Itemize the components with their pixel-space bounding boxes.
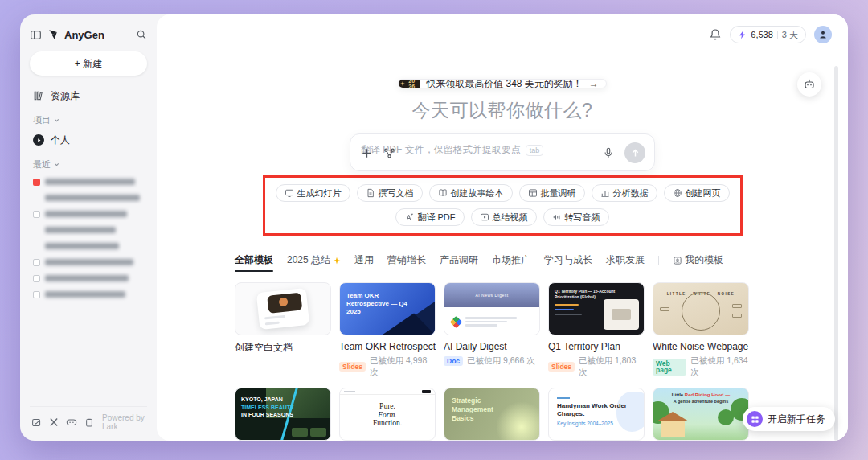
assistant-fab[interactable] xyxy=(797,72,821,97)
doc-icon xyxy=(33,243,40,250)
template-card-ai-daily-digest[interactable]: AI News Digest AI xyxy=(444,282,540,378)
quick-action-label: 生成幻灯片 xyxy=(297,187,342,199)
send-button[interactable] xyxy=(624,142,645,163)
type-badge: Web page xyxy=(653,359,686,376)
template-card-pure-form-function[interactable]: Pure. Form. Function. xyxy=(339,388,436,441)
recent-item[interactable] xyxy=(30,206,147,222)
quick-action-analyze-data[interactable]: 分析数据 xyxy=(592,184,657,202)
quick-action-summarize-video[interactable]: 总结视频 xyxy=(471,208,537,226)
template-card-handyman-work-order[interactable]: Handyman Work Order Charges: Key Insight… xyxy=(548,388,645,441)
user-avatar[interactable] xyxy=(814,26,832,43)
globe-icon xyxy=(673,188,682,198)
recent-item[interactable] xyxy=(30,174,147,190)
template-title: Team OKR Retrospective xyxy=(339,341,436,352)
template-title: Q1 Territory Plan xyxy=(548,341,645,352)
template-card-blank-doc[interactable]: 创建空白文档 xyxy=(235,282,331,378)
new-document-button[interactable]: + 新建 xyxy=(30,51,147,76)
promo-banner[interactable]: 20 26 快来领取最高价值 348 美元的奖励！ → xyxy=(398,79,607,88)
recent-item[interactable] xyxy=(30,222,147,238)
thumb-title: Team OKR Retrospective — Q4 2025 xyxy=(346,292,407,316)
quick-action-translate-pdf[interactable]: 翻译 PDF xyxy=(395,208,464,226)
thumb-title: Pure. Form. Function. xyxy=(340,402,435,428)
tab-market-promotion[interactable]: 市场推广 xyxy=(492,253,530,272)
onboarding-icon xyxy=(747,411,763,427)
recent-item[interactable] xyxy=(30,270,147,286)
clipboard-button[interactable] xyxy=(84,417,94,428)
quick-action-create-webpage[interactable]: 创建网页 xyxy=(664,184,730,202)
tab-label: 我的模板 xyxy=(685,253,723,267)
template-thumbnail: AI News Digest xyxy=(444,282,540,335)
thumb-title: Handyman Work Order Charges: xyxy=(557,402,627,418)
template-card-white-noise[interactable]: LITTLE · WHITE · NOISE White Noise Webpa… xyxy=(653,282,749,378)
spark-icon xyxy=(738,31,747,39)
tab-2025-summary[interactable]: 2025 总结 xyxy=(287,253,341,272)
quick-action-generate-slides[interactable]: 生成幻灯片 xyxy=(276,184,350,202)
recent-item[interactable] xyxy=(30,238,147,254)
credits-pill[interactable]: 6,538 3 天 xyxy=(730,26,806,43)
my-templates-icon xyxy=(673,256,682,265)
quick-action-write-doc[interactable]: 撰写文档 xyxy=(357,184,423,202)
blurred-title xyxy=(45,195,140,201)
tab-label: 通用 xyxy=(354,253,374,267)
thumb-title: Little Red Riding Hood — xyxy=(653,392,748,397)
sidebar-item-library[interactable]: 资源库 xyxy=(30,85,147,106)
notifications-button[interactable] xyxy=(709,28,722,41)
skills-button[interactable] xyxy=(383,147,395,159)
scrollbar[interactable] xyxy=(834,66,838,441)
doc-icon xyxy=(33,275,40,282)
quick-action-batch-research[interactable]: 批量调研 xyxy=(519,184,585,202)
personal-space-icon xyxy=(33,134,44,146)
projects-section-label[interactable]: 项目 xyxy=(33,114,144,126)
tab-product-research[interactable]: 产品调研 xyxy=(440,253,478,272)
quick-actions-annotated-region: 生成幻灯片 撰写文档 创建故事绘本 批量调研 xyxy=(263,175,743,236)
quick-action-label: 批量调研 xyxy=(541,187,576,199)
tab-label: 市场推广 xyxy=(492,253,530,267)
discord-button[interactable] xyxy=(66,417,77,428)
quick-action-transcribe-audio[interactable]: 转写音频 xyxy=(543,208,609,226)
template-card-team-okr[interactable]: Team OKR Retrospective — Q4 2025 Team OK… xyxy=(339,282,436,378)
sidebar-item-personal[interactable]: 个人 xyxy=(30,129,147,150)
check-square-icon xyxy=(31,417,42,428)
tab-general[interactable]: 通用 xyxy=(354,253,374,272)
recent-item[interactable] xyxy=(30,190,147,206)
tab-my-templates[interactable]: 我的模板 xyxy=(673,253,723,272)
template-card-strategic-management[interactable]: Strategic Management Basics xyxy=(444,388,540,441)
recent-item[interactable] xyxy=(30,286,147,302)
blurred-title xyxy=(45,179,135,185)
thumb-subtitle: Key Insights 2004–2025 xyxy=(557,421,613,426)
thumb-subtitle: A gentle adventure begins xyxy=(653,399,748,404)
template-card-red-riding-hood[interactable]: Little Red Riding Hood — A gentle advent… xyxy=(653,388,749,441)
recent-list xyxy=(30,174,147,302)
feedback-button[interactable] xyxy=(31,417,42,428)
sidebar-search-button[interactable] xyxy=(136,29,147,40)
tab-all-templates[interactable]: 全部模板 xyxy=(235,253,273,272)
tab-label: 营销增长 xyxy=(387,253,426,267)
recent-section-label[interactable]: 最近 xyxy=(33,158,144,170)
prompt-input[interactable]: 翻译 PDF 文件，保留格式并提取要点 tab xyxy=(350,133,655,171)
template-thumbnail xyxy=(235,282,331,335)
blurred-title xyxy=(45,227,116,233)
x-social-button[interactable] xyxy=(49,417,59,427)
template-card-q1-territory-plan[interactable]: Q1 Territory Plan — 15-Account Prioritiz… xyxy=(548,282,645,378)
voice-input-button[interactable] xyxy=(603,147,614,158)
tab-career-development[interactable]: 求职发展 xyxy=(606,253,645,272)
tab-learning-growth[interactable]: 学习与成长 xyxy=(544,253,592,272)
bar-chart-icon xyxy=(600,188,610,198)
template-title: 创建空白文档 xyxy=(235,341,331,355)
usage-count: 已被使用 1,803 次 xyxy=(579,355,645,378)
template-card-kyoto[interactable]: KYOTO, JAPAN TIMELESS BEAUTY IN FOUR SEA… xyxy=(235,388,331,441)
attach-button[interactable] xyxy=(361,147,373,159)
app-window: AnyGen + 新建 资源库 项目 个人 最近 xyxy=(20,14,848,441)
onboarding-tasks-button[interactable]: 开启新手任务 xyxy=(743,407,835,431)
template-thumbnail: Little Red Riding Hood — A gentle advent… xyxy=(653,388,749,441)
quick-actions-row-1: 生成幻灯片 撰写文档 创建故事绘本 批量调研 xyxy=(276,184,730,202)
quick-action-label: 总结视频 xyxy=(493,212,528,224)
quick-action-label: 创建故事绘本 xyxy=(451,187,504,199)
chevron-down-icon xyxy=(53,117,60,124)
quick-action-create-storybook[interactable]: 创建故事绘本 xyxy=(429,184,513,202)
collapse-sidebar-button[interactable] xyxy=(30,29,42,41)
sidebar-item-label: 个人 xyxy=(51,133,70,147)
templates-section: 全部模板 2025 总结 通用 营销增长 产品调研 市场推广 学习与成长 求职发… xyxy=(235,253,757,441)
tab-marketing-growth[interactable]: 营销增长 xyxy=(387,253,426,272)
recent-item[interactable] xyxy=(30,254,147,270)
